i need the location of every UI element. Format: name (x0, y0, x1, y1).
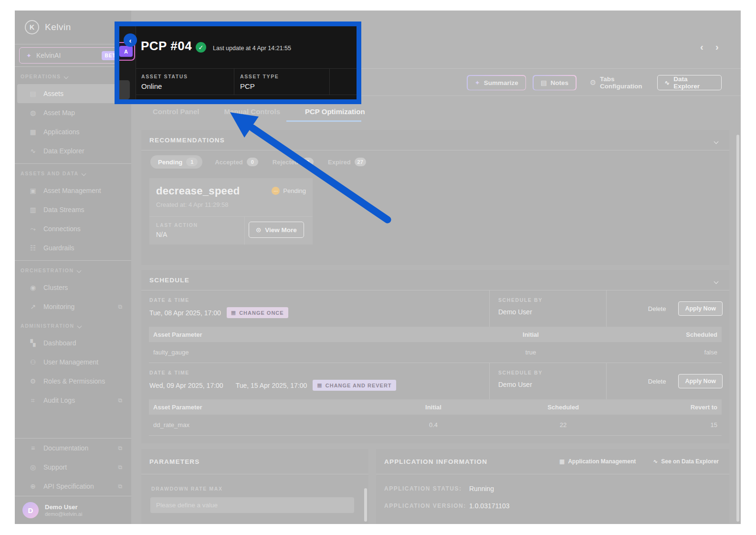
route-icon: ⤳ (29, 225, 37, 233)
delete-button[interactable]: Delete (648, 305, 666, 312)
section-orchestration[interactable]: ORCHESTRATION (15, 263, 131, 278)
view-more-label: View More (265, 226, 297, 234)
sidebar-item-label: Dashboard (43, 339, 76, 347)
filter-count: 0 (247, 158, 258, 166)
application-management-link[interactable]: ▦Application Management (559, 458, 636, 465)
chevron-down-icon (714, 279, 719, 284)
sidebar: K Kelvin ✦ KelvinAI BETA OPERATIONS ▤Ass… (15, 11, 131, 524)
date-time-label: DATE & TIME (149, 297, 489, 303)
last-update-text: Last update at 4 Apr 14:21:55 (213, 45, 291, 52)
sidebar-item-data-explorer[interactable]: ∿Data Explorer (17, 141, 129, 160)
sidebar-item-documentation[interactable]: ≡Documentation⧉ (17, 439, 129, 458)
beta-badge-fragment: A (119, 46, 133, 57)
filter-label: Pending (158, 159, 182, 166)
grid-icon: ▦ (559, 458, 565, 465)
globe-icon: ◍ (29, 109, 37, 117)
section-administration[interactable]: ADMINISTRATION (15, 318, 131, 333)
chevron-down-icon (81, 171, 86, 176)
sidebar-item-audit-logs[interactable]: ⌗Audit Logs⧉ (17, 391, 129, 410)
view-more-button[interactable]: ⊙View More (249, 222, 304, 238)
see-on-data-explorer-link[interactable]: ∿See on Data Explorer (653, 458, 719, 465)
panel-title: PARAMETERS (149, 458, 200, 465)
chevron-down-icon (76, 268, 81, 273)
divider (15, 66, 131, 67)
tab-control-panel[interactable]: Control Panel (153, 107, 200, 116)
barrier-icon: ☷ (29, 244, 37, 252)
chevron-down-icon (714, 139, 719, 144)
last-action-label: LAST ACTION (156, 222, 198, 228)
column-header: Initial (373, 404, 494, 411)
user-email: demo@kelvin.ai (45, 511, 82, 517)
panel-scrollbar[interactable] (364, 488, 367, 522)
divider (136, 95, 357, 95)
sidebar-item-connections[interactable]: ⤳Connections (17, 219, 129, 238)
breadcrumb-text: Assets / PCP #04 (143, 21, 192, 28)
schedule-date: Tue, 08 Apr 2025, 17:00 (149, 309, 221, 317)
sidebar-item-api-specification[interactable]: ⊕API Specification⧉ (17, 477, 129, 496)
sidebar-item-roles-permissions[interactable]: ⚙Roles & Permissions (17, 372, 129, 391)
section-operations[interactable]: OPERATIONS (15, 69, 131, 84)
sidebar-item-asset-management[interactable]: ▣Asset Management (17, 181, 129, 200)
recommendation-card[interactable]: decrease_speed ⋯ Pending Created at: 4 A… (149, 178, 313, 245)
filter-count: 1 (186, 158, 198, 166)
tab-pcp-optimization[interactable]: PCP Optimization (305, 107, 365, 116)
sidebar-item-label: Data Streams (43, 206, 84, 214)
column-header: Asset Parameter (149, 331, 461, 338)
revert-value: 15 (633, 421, 722, 428)
column-header: Scheduled (600, 331, 722, 338)
filter-pending[interactable]: Pending1 (150, 155, 202, 169)
asset-next-button[interactable]: › (715, 42, 719, 53)
delete-button[interactable]: Delete (648, 378, 666, 385)
sidebar-item-asset-map[interactable]: ◍Asset Map (17, 103, 129, 122)
sidebar-collapse-button[interactable]: ‹ (124, 33, 137, 47)
schedule-entry: DATE & TIME Wed, 09 Apr 2025, 17:00 Tue,… (141, 363, 729, 399)
sidebar-item-monitoring[interactable]: ↗Monitoring⧉ (17, 297, 129, 316)
recommendations-panel: RECOMMENDATIONS Pending1 Accepted0 Rejec… (141, 130, 729, 265)
collapse-toggle[interactable] (714, 138, 718, 145)
sidebar-item-guardrails[interactable]: ☷Guardrails (17, 238, 129, 257)
data-explorer-button[interactable]: ∿Data Explorer (657, 75, 722, 90)
filter-expired[interactable]: Expired27 (326, 155, 368, 169)
status-label: Pending (283, 187, 306, 194)
sidebar-item-clusters[interactable]: ◉Clusters (17, 278, 129, 297)
collapse-toggle[interactable] (714, 278, 718, 285)
sidebar-item-kelvinai[interactable]: ✦ KelvinAI BETA (19, 47, 127, 64)
tab-manual-controls[interactable]: Manual Controls (224, 107, 281, 116)
change-and-revert-badge: ▦CHANGE AND REVERT (313, 380, 396, 391)
tabs-configuration-button[interactable]: ⚙Tabs Configuration (590, 75, 657, 90)
monitoring-icon: ↗ (29, 303, 37, 310)
table-row: faulty_gauge true false (149, 342, 722, 363)
last-action-value: N/A (156, 231, 167, 238)
grid-icon: ▦ (29, 128, 37, 136)
sidebar-item-assets[interactable]: ▤Assets (17, 84, 129, 103)
filter-label: Expired (328, 159, 351, 166)
recommendation-status: ⋯ Pending (272, 187, 306, 195)
data-explorer-label: Data Explorer (673, 75, 714, 90)
sidebar-item-label: API Specification (43, 482, 94, 490)
parameter-value-input[interactable] (150, 497, 354, 513)
summarize-button[interactable]: ✦Summarize (467, 75, 526, 90)
notes-button[interactable]: ▤Notes (533, 75, 576, 90)
sidebar-item-data-streams[interactable]: ▥Data Streams (17, 200, 129, 219)
asset-prev-button[interactable]: ‹ (700, 42, 704, 53)
apply-now-button[interactable]: Apply Now (678, 301, 723, 316)
user-menu[interactable]: D Demo User demo@kelvin.ai (15, 496, 131, 524)
asset-title: PCP #04 (141, 39, 192, 54)
sidebar-item-applications[interactable]: ▦Applications (17, 122, 129, 141)
divider (15, 260, 131, 261)
schedule-table-header: Asset Parameter Initial Scheduled (149, 327, 722, 342)
recommendation-filters: Pending1 Accepted0 Rejected0 Expired27 (141, 150, 729, 169)
sidebar-item-dashboard[interactable]: ▚Dashboard (17, 333, 129, 353)
badge-label: CHANGE AND REVERT (326, 383, 392, 388)
recommendations-header: RECOMMENDATIONS (141, 130, 729, 150)
apply-now-button[interactable]: Apply Now (678, 374, 723, 388)
section-assets-and-data[interactable]: ASSETS AND DATA (15, 166, 131, 181)
filter-rejected[interactable]: Rejected0 (271, 155, 315, 169)
breadcrumb: Assets / PCP #04 (143, 21, 200, 28)
sidebar-item-label: KelvinAI (36, 52, 61, 59)
divider (244, 216, 245, 245)
filter-accepted[interactable]: Accepted0 (213, 155, 260, 169)
sidebar-item-support[interactable]: ◎Support⧉ (17, 458, 129, 477)
main-scrollbar[interactable] (736, 135, 739, 522)
sidebar-item-user-management[interactable]: ⚇User Management (17, 353, 129, 372)
